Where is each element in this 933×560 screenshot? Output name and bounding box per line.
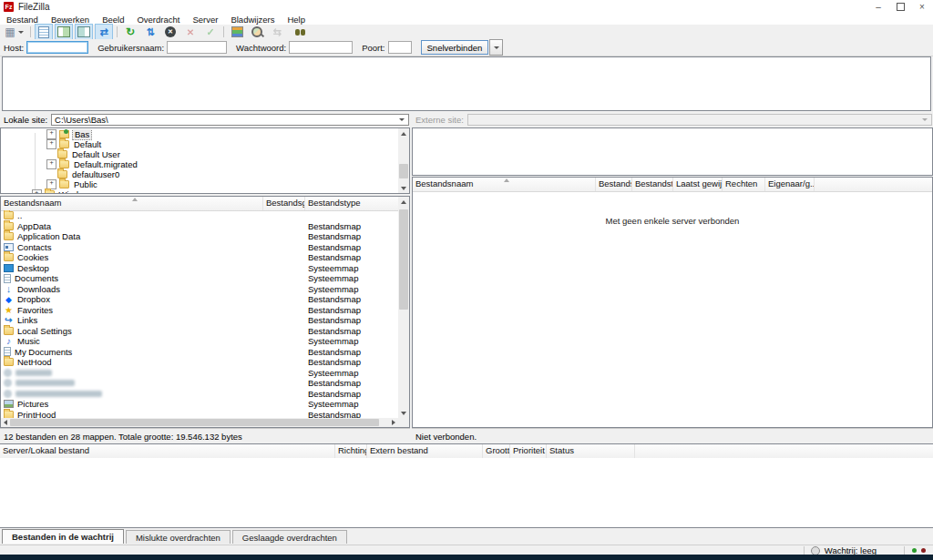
sync-browse-button[interactable] (268, 24, 286, 40)
dropbox-icon (4, 295, 14, 303)
local-tree: +Bas+DefaultDefault User+Default.migrate… (0, 127, 410, 194)
column-header-server-lokaal-bestand[interactable]: Server/Lokaal bestand (0, 444, 335, 458)
password-input[interactable] (289, 41, 353, 54)
tree-item-windows[interactable]: +Windows (1, 189, 398, 193)
tree-expand-icon[interactable]: + (32, 189, 42, 193)
column-header-rechten[interactable]: Rechten (723, 178, 765, 191)
tab-bestanden-in-de-wachtrij[interactable]: Bestanden in de wachtrij (2, 529, 124, 544)
file-row-music[interactable]: MusicSysteemmap (1, 336, 398, 347)
scrollbar-thumb[interactable] (399, 209, 408, 310)
column-header-bestandsnaam[interactable]: Bestandsnaam (1, 197, 263, 210)
file-name: Links (17, 315, 37, 325)
file-row-favorites[interactable]: FavoritesBestandsmap (1, 305, 398, 316)
tree-item-public[interactable]: +Public (1, 179, 398, 189)
column-header-bestandsgr[interactable]: Bestandsgr... (263, 197, 305, 210)
column-header-status[interactable]: Status (547, 444, 635, 458)
scroll-left-icon[interactable] (1, 418, 10, 427)
refresh-icon (124, 25, 137, 38)
column-header-richting[interactable]: Richting (335, 444, 367, 458)
refresh-button[interactable] (121, 24, 139, 40)
menu-item-help[interactable]: Help (281, 15, 312, 25)
tree-expand-icon[interactable]: + (46, 159, 56, 169)
column-header-extern-bestand[interactable]: Extern bestand (367, 444, 483, 458)
transfer-queue-panel: Server/Lokaal bestandRichtingExtern best… (0, 443, 933, 528)
file-row-printhood[interactable]: PrintHoodBestandsmap (1, 410, 398, 419)
column-header-bestandsnaam[interactable]: Bestandsnaam (413, 178, 596, 191)
disconnect-button[interactable] (181, 24, 200, 40)
column-header-label: Status (549, 445, 574, 455)
username-input[interactable] (167, 41, 227, 54)
quickconnect-dropdown[interactable] (489, 39, 503, 56)
process-queue-button[interactable] (141, 24, 159, 40)
file-row-downloads[interactable]: DownloadsSysteemmap (1, 284, 398, 295)
column-header-bestandstype[interactable]: Bestandstype (305, 197, 400, 210)
column-header-bestandsg[interactable]: Bestandsg... (596, 178, 632, 191)
column-header-eigenaar-g[interactable]: Eigenaar/g... (765, 178, 815, 191)
file-row-desktop[interactable]: DesktopSysteemmap (1, 263, 398, 274)
toggle-log-button[interactable] (35, 24, 53, 40)
file-row-local-settings[interactable]: Local SettingsBestandsmap (1, 326, 398, 337)
local-tree-vscrollbar[interactable] (398, 128, 409, 193)
scroll-right-icon[interactable] (389, 418, 398, 427)
file-row-links[interactable]: LinksBestandsmap (1, 315, 398, 326)
local-list-hscrollbar[interactable] (1, 418, 398, 427)
column-header-laatst-gewijzigd[interactable]: Laatst gewijzigd (673, 178, 723, 191)
file-row-redacted[interactable]: Systeemmap (1, 368, 398, 379)
tree-expand-icon[interactable]: + (46, 129, 56, 139)
port-input[interactable] (388, 41, 412, 54)
local-site-combobox[interactable]: C:\Users\Bas\ (51, 114, 409, 126)
toggle-local-tree-button[interactable] (55, 24, 73, 40)
menu-item-server[interactable]: Server (186, 15, 224, 25)
file-row-my-documents[interactable]: My DocumentsBestandsmap (1, 347, 398, 358)
column-header-bestandsty[interactable]: Bestandsty... (632, 178, 673, 191)
cancel-button[interactable] (161, 24, 179, 40)
file-row-application-data[interactable]: Application DataBestandsmap (1, 231, 398, 242)
file-row-contacts[interactable]: ContactsBestandsmap (1, 242, 398, 253)
file-row-redacted[interactable]: Bestandsmap (1, 389, 398, 400)
scroll-up-icon[interactable] (398, 128, 409, 138)
scroll-up-icon[interactable] (398, 197, 409, 207)
compare-button[interactable] (248, 24, 266, 40)
file-row-cookies[interactable]: CookiesBestandsmap (1, 252, 398, 263)
close-icon[interactable]: × (911, 0, 933, 14)
redacted-name (15, 380, 75, 386)
file-row-pictures[interactable]: PicturesSysteemmap (1, 399, 398, 410)
local-list-vscrollbar[interactable] (398, 197, 409, 427)
toggle-remote-tree-button[interactable] (75, 24, 93, 40)
menu-item-beeld[interactable]: Beeld (96, 15, 130, 25)
scrollbar-thumb[interactable] (399, 164, 408, 178)
scroll-down-icon[interactable] (398, 183, 409, 193)
column-header-prioriteit[interactable]: Prioriteit (510, 444, 547, 458)
file-row-item[interactable]: .. (1, 210, 398, 221)
column-header-label: Bestandsnaam (4, 198, 61, 208)
site-manager-button[interactable] (3, 24, 26, 40)
file-row-redacted[interactable]: Bestandsmap (1, 378, 398, 389)
column-header-grootte[interactable]: Grootte (483, 444, 510, 458)
filter-button[interactable] (228, 24, 246, 40)
file-row-documents[interactable]: DocumentsSysteemmap (1, 273, 398, 284)
maximize-icon[interactable] (889, 0, 911, 14)
menu-item-bewerken[interactable]: Bewerken (45, 15, 96, 25)
tab-mislukte-overdrachten[interactable]: Mislukte overdrachten (126, 530, 231, 544)
file-row-nethood[interactable]: NetHoodBestandsmap (1, 357, 398, 368)
find-button[interactable] (288, 24, 306, 40)
tree-expand-icon[interactable]: + (46, 139, 56, 149)
local-site-bar: Lokale site: C:\Users\Bas\ (0, 113, 410, 127)
reconnect-button[interactable] (201, 24, 220, 40)
menu-item-bladwijzers[interactable]: Bladwijzers (224, 15, 281, 25)
host-input[interactable] (26, 41, 88, 54)
downloads-icon (4, 285, 14, 293)
file-row-appdata[interactable]: AppDataBestandsmap (1, 221, 398, 232)
menu-item-overdracht[interactable]: Overdracht (130, 15, 186, 25)
file-row-dropbox[interactable]: DropboxBestandsmap (1, 294, 398, 305)
chevron-down-icon (399, 118, 405, 121)
scroll-down-icon[interactable] (398, 408, 409, 418)
minimize-icon[interactable]: – (867, 0, 889, 14)
site-manager-dropdown[interactable] (16, 25, 26, 38)
scrollbar-thumb[interactable] (10, 419, 379, 426)
tab-geslaagde-overdrachten[interactable]: Geslaagde overdrachten (232, 530, 347, 544)
toggle-queue-button[interactable] (95, 24, 113, 40)
file-type: Bestandsmap (308, 326, 361, 336)
menu-item-bestand[interactable]: Bestand (0, 15, 45, 25)
quickconnect-button[interactable]: Snelverbinden (421, 40, 489, 55)
